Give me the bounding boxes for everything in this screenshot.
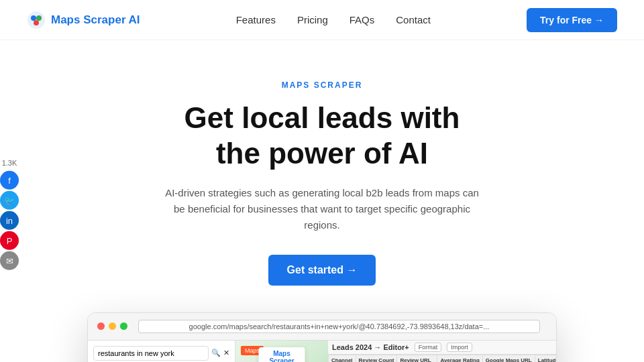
- twitter-share-button[interactable]: 🐦: [0, 191, 19, 210]
- maps-left-panel: 🔍 ✕ Results ☆ Upland ★★★★★ 4.5 (12,960) …: [88, 341, 235, 362]
- nav-contact[interactable]: Contact: [396, 14, 431, 25]
- col-lat: Latitude: [535, 355, 556, 362]
- sheet-import-button[interactable]: Import: [447, 343, 472, 352]
- window-maximize-dot: [120, 322, 127, 330]
- navbar: Maps Scraper AI Features Pricing FAQs Co…: [0, 0, 644, 40]
- window-close-dot: [97, 322, 105, 330]
- hero-tag: MAPS SCRAPER: [282, 80, 363, 90]
- social-sidebar: 1.3K f 🐦 in P ✉: [0, 159, 19, 270]
- nav-faqs[interactable]: FAQs: [350, 14, 375, 25]
- col-channel: Channel: [329, 355, 356, 362]
- hero-title: Get local leads with the power of AI: [184, 101, 460, 172]
- sheet-toolbar: Leads 2024 → Editor+ Format Import: [328, 341, 556, 355]
- nav-features[interactable]: Features: [236, 14, 276, 25]
- hero-title-line2: the power of AI: [216, 137, 428, 170]
- data-table: Channel Review Count Review URL Average …: [328, 355, 556, 362]
- search-icon: 🔍: [211, 349, 221, 357]
- linkedin-share-button[interactable]: in: [0, 211, 19, 230]
- url-bar: google.com/maps/search/restaurants+in+ne…: [138, 320, 540, 333]
- logo-link[interactable]: Maps Scraper AI: [27, 11, 140, 29]
- sheet-title: Leads 2024 → Editor+: [332, 343, 409, 351]
- email-share-button[interactable]: ✉: [0, 251, 19, 270]
- browser-titlebar: google.com/maps/search/restaurants+in+ne…: [88, 313, 556, 341]
- svg-point-3: [34, 20, 39, 25]
- col-avg-rating: Average Rating: [437, 355, 482, 362]
- maps-search-bar: 🔍 ✕: [88, 341, 235, 362]
- hero-cta-button[interactable]: Get started →: [268, 255, 376, 286]
- nav-links: Features Pricing FAQs Contact: [236, 14, 431, 25]
- table-header-row: Channel Review Count Review URL Average …: [329, 355, 557, 362]
- nav-cta-button[interactable]: Try for Free →: [527, 8, 617, 32]
- social-count: 1.3K: [2, 159, 17, 167]
- maps-search-input[interactable]: [93, 346, 209, 361]
- map-area: Maps Maps Scraper 📍 📍 📍 📍 📍 📍 ▶ Start S.…: [235, 341, 328, 362]
- logo-icon: [27, 11, 46, 29]
- pinterest-share-button[interactable]: P: [0, 231, 19, 250]
- spreadsheet-panel: Leads 2024 → Editor+ Format Import Chann…: [328, 341, 556, 362]
- sheet-format-button[interactable]: Format: [415, 343, 442, 352]
- hero-section: MAPS SCRAPER Get local leads with the po…: [0, 40, 644, 362]
- nav-pricing[interactable]: Pricing: [297, 14, 328, 25]
- map-scraper-badge: Maps Scraper: [259, 347, 305, 362]
- mockup-body: 🔍 ✕ Results ☆ Upland ★★★★★ 4.5 (12,960) …: [88, 341, 556, 362]
- browser-mockup: google.com/maps/search/restaurants+in+ne…: [87, 312, 557, 362]
- window-minimize-dot: [109, 322, 116, 330]
- logo-text: Maps Scraper AI: [51, 13, 140, 27]
- col-maps-url: Google Maps URL: [482, 355, 535, 362]
- mockup-container: google.com/maps/search/restaurants+in+ne…: [60, 312, 584, 362]
- svg-point-1: [31, 15, 36, 21]
- hero-subtitle: AI-driven strategies such as generating …: [161, 185, 483, 233]
- close-icon: ✕: [223, 349, 229, 357]
- col-review-url: Review URL: [397, 355, 437, 362]
- hero-title-line1: Get local leads with: [184, 101, 460, 134]
- svg-point-2: [36, 15, 42, 21]
- col-review-count: Review Count: [356, 355, 397, 362]
- facebook-share-button[interactable]: f: [0, 171, 19, 190]
